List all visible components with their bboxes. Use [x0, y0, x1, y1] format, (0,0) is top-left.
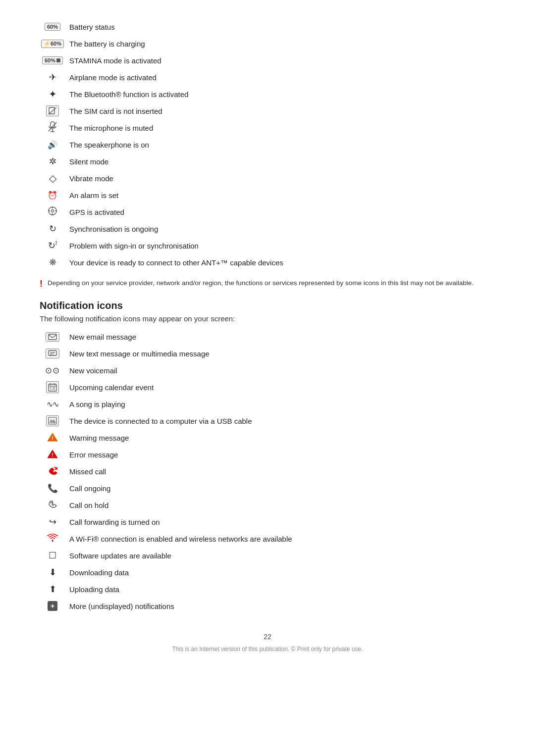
status-icons-section: 60% Battery status ⚡60% The battery is c…	[40, 20, 495, 269]
wifi-icon	[40, 533, 65, 545]
icon-row-missed-call: Missed call	[40, 464, 495, 478]
stamina-icon: 60%	[40, 56, 65, 64]
battery-charging-desc: The battery is charging	[69, 40, 495, 48]
gps-desc: GPS is activated	[69, 208, 495, 216]
svg-text:USB: USB	[50, 421, 56, 424]
missed-call-desc: Missed call	[69, 467, 495, 476]
warning-desc: Warning message	[69, 434, 495, 442]
icon-row-battery-charging: ⚡60% The battery is charging	[40, 37, 495, 50]
icon-row-sim: The SIM card is not inserted	[40, 104, 495, 118]
call-hold-icon	[40, 500, 65, 511]
icon-row-battery-status: 60% Battery status	[40, 20, 495, 34]
email-icon	[40, 332, 65, 342]
sync-desc: Synchronisation is ongoing	[69, 225, 495, 233]
icon-row-calendar: Upcoming calendar event	[40, 380, 495, 394]
stamina-desc: STAMINA mode is activated	[69, 56, 495, 65]
gps-icon	[40, 206, 65, 218]
call-ongoing-desc: Call ongoing	[69, 484, 495, 493]
icon-row-error: ! Error message	[40, 448, 495, 461]
airplane-icon: ✈	[40, 72, 65, 83]
vibrate-icon: ◇	[40, 172, 65, 184]
notification-section-title: Notification icons	[40, 300, 495, 311]
icon-row-more-notifications: + More (undisplayed) notifications	[40, 599, 495, 613]
bluetooth-desc: The Bluetooth® function is activated	[69, 90, 495, 99]
download-desc: Downloading data	[69, 568, 495, 577]
icon-row-sync: ↻ Synchronisation is ongoing	[40, 222, 495, 236]
vibrate-desc: Vibrate mode	[69, 174, 495, 183]
icon-row-call-ongoing: 📞 Call ongoing	[40, 481, 495, 495]
icon-row-software-update: ☐ Software updates are available	[40, 549, 495, 562]
sync-problem-desc: Problem with sign-in or synchronisation	[69, 242, 495, 250]
silent-desc: Silent mode	[69, 157, 495, 166]
sms-desc: New text message or multimedia message	[69, 350, 495, 358]
error-icon: !	[40, 449, 65, 460]
note-exclaim-icon: !	[40, 279, 43, 289]
notification-icons-section: Notification icons The following notific…	[40, 300, 495, 613]
icon-row-mic-muted: The microphone is muted	[40, 121, 495, 135]
icon-row-call-forward: ↪ Call forwarding is turned on	[40, 515, 495, 529]
speakerphone-desc: The speakerphone is on	[69, 141, 495, 149]
call-forward-icon: ↪	[40, 516, 65, 527]
battery-charging-icon: ⚡60%	[40, 40, 65, 48]
more-notifications-desc: More (undisplayed) notifications	[69, 602, 495, 610]
icon-row-silent: ✲ Silent mode	[40, 154, 495, 168]
battery-status-desc: Battery status	[69, 23, 495, 31]
call-hold-desc: Call on hold	[69, 501, 495, 509]
icon-row-music: ∿∿ A song is playing	[40, 397, 495, 411]
alarm-desc: An alarm is set	[69, 191, 495, 200]
sim-desc: The SIM card is not inserted	[69, 107, 495, 115]
icon-row-ant-plus: ❋ Your device is ready to connect to oth…	[40, 255, 495, 269]
email-desc: New email message	[69, 333, 495, 341]
music-icon: ∿∿	[40, 400, 65, 409]
icon-row-upload: ⬆ Uploading data	[40, 582, 495, 596]
icon-row-gps: GPS is activated	[40, 205, 495, 219]
call-ongoing-icon: 📞	[40, 483, 65, 494]
mic-muted-desc: The microphone is muted	[69, 124, 495, 132]
silent-icon: ✲	[40, 156, 65, 167]
icon-row-usb: USB The device is connected to a compute…	[40, 414, 495, 428]
calendar-desc: Upcoming calendar event	[69, 383, 495, 392]
icon-row-download: ⬇ Downloading data	[40, 565, 495, 579]
svg-rect-13	[49, 351, 56, 355]
usb-desc: The device is connected to a computer vi…	[69, 417, 495, 425]
page-number: 22	[40, 633, 495, 641]
warning-icon: !	[40, 432, 65, 444]
download-icon: ⬇	[40, 567, 65, 578]
mic-muted-icon	[40, 121, 65, 135]
ant-plus-icon: ❋	[40, 257, 65, 268]
calendar-icon	[40, 381, 65, 393]
alarm-icon: ⏰	[40, 191, 65, 200]
music-desc: A song is playing	[69, 400, 495, 408]
upload-desc: Uploading data	[69, 585, 495, 594]
svg-line-1	[49, 107, 56, 114]
call-forward-desc: Call forwarding is turned on	[69, 518, 495, 526]
notification-section-subtitle: The following notification icons may app…	[40, 314, 495, 323]
wifi-desc: A Wi-Fi® connection is enabled and wirel…	[69, 535, 495, 543]
icon-row-alarm: ⏰ An alarm is set	[40, 188, 495, 202]
voicemail-icon: ⊙⊙	[40, 365, 65, 376]
icon-row-sms: New text message or multimedia message	[40, 347, 495, 360]
icon-row-speakerphone: 🔊 The speakerphone is on	[40, 138, 495, 151]
usb-icon: USB	[40, 415, 65, 426]
sync-problem-icon: ↻!	[40, 240, 65, 251]
icon-row-wifi: A Wi-Fi® connection is enabled and wirel…	[40, 532, 495, 546]
sync-icon: ↻	[40, 223, 65, 234]
software-update-icon: ☐	[40, 550, 65, 561]
airplane-desc: Airplane mode is activated	[69, 73, 495, 82]
icon-row-vibrate: ◇ Vibrate mode	[40, 171, 495, 185]
icon-row-warning: ! Warning message	[40, 431, 495, 445]
icon-row-stamina: 60% STAMINA mode is activated	[40, 53, 495, 67]
icon-row-airplane: ✈ Airplane mode is activated	[40, 70, 495, 84]
upload-icon: ⬆	[40, 584, 65, 595]
sim-icon	[40, 105, 65, 116]
icon-row-bluetooth: ✦ The Bluetooth® function is activated	[40, 87, 495, 101]
svg-rect-12	[49, 334, 56, 340]
missed-call-icon	[40, 466, 65, 477]
svg-point-11	[52, 209, 54, 212]
icon-row-sync-problem: ↻! Problem with sign-in or synchronisati…	[40, 239, 495, 252]
speakerphone-icon: 🔊	[40, 140, 65, 150]
svg-text:!: !	[52, 452, 54, 458]
battery-status-icon: 60%	[40, 23, 65, 31]
note-text: Depending on your service provider, netw…	[48, 278, 474, 288]
icon-row-voicemail: ⊙⊙ New voicemail	[40, 363, 495, 377]
